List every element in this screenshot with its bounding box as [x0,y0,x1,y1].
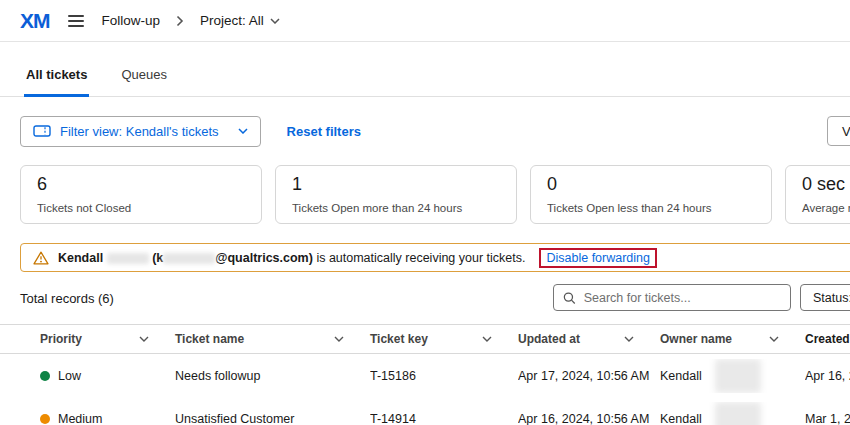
created-cell: Mar 1, 20 [805,412,850,425]
chevron-down-icon [769,336,779,342]
search-input[interactable] [584,291,781,305]
redacted-text [715,359,761,393]
search-icon [563,291,576,305]
breadcrumb-followup: Follow-up [102,13,161,28]
priority-dot [40,371,50,381]
chevron-down-icon [238,128,248,134]
stat-card-open-more-24h: 1 Tickets Open more than 24 hours [275,165,517,224]
column-header-created[interactable]: Created ↓ [805,332,850,346]
stat-value: 1 [292,174,500,195]
table-row[interactable]: Low Needs followup T-15186 Apr 17, 2024,… [0,354,850,397]
disable-forwarding-link[interactable]: Disable forwarding [546,251,650,265]
column-label: Owner name [660,332,732,346]
priority-dot [40,414,50,424]
chevron-right-icon [176,15,184,27]
column-header-ticket-name[interactable]: Ticket name [175,332,370,346]
stat-label: Tickets Open more than 24 hours [292,202,500,214]
chevron-down-icon [624,336,634,342]
status-filter-dropdown[interactable]: Status: A [800,284,850,311]
warning-icon [33,251,49,265]
column-header-owner-name[interactable]: Owner name [660,332,805,346]
project-selector-label: Project: All [200,13,264,28]
table-row[interactable]: Medium Unsatisfied Customer T-14914 Apr … [0,397,850,425]
column-label: Ticket key [370,332,428,346]
column-label: Priority [40,332,82,346]
stat-value: 6 [37,174,245,195]
redacted-text [163,253,215,264]
chevron-down-icon [334,336,344,342]
filter-row: Filter view: Kendall's tickets Reset fil… [20,115,830,147]
chevron-down-icon [482,336,492,342]
filter-view-label: Filter view: Kendall's tickets [60,124,219,139]
ticket-icon [33,125,51,137]
records-toolbar: Total records (6) Status: A [20,284,830,312]
owner-first-name: Kendall [660,369,702,383]
banner-email-close: @qualtrics.com) [215,251,313,265]
column-label: Updated at [518,332,580,346]
chevron-down-icon [270,18,280,24]
total-records-label: Total records (6) [20,291,114,306]
banner-message: is automatically receiving your tickets. [316,251,525,265]
stat-label: Tickets not Closed [37,202,245,214]
annotation-highlight-box: Disable forwarding [539,248,657,268]
stat-card-not-closed: 6 Tickets not Closed [20,165,262,224]
stat-card-open-less-24h: 0 Tickets Open less than 24 hours [530,165,772,224]
tab-queues[interactable]: Queues [119,58,169,96]
stat-label: Average res [802,202,850,214]
stat-value: 0 sec [802,174,850,195]
stat-label: Tickets Open less than 24 hours [547,202,755,214]
reset-filters-link[interactable]: Reset filters [287,124,361,139]
xm-logo: XM [20,9,50,33]
created-cell: Apr 16, 2 [805,369,850,383]
stat-card-average-response: 0 sec Average res [785,165,850,224]
redacted-text [715,402,761,425]
chevron-down-icon [139,336,149,342]
stats-row: 6 Tickets not Closed 1 Tickets Open more… [20,165,850,224]
column-label: Ticket name [175,332,244,346]
owner-first-name: Kendall [660,412,702,425]
column-header-priority[interactable]: Priority [40,332,175,346]
table-header-row: Priority Ticket name Ticket key Updated … [0,324,850,354]
updated-at-cell: Apr 17, 2024, 10:56 AM [518,369,660,383]
forwarding-warning-banner: Kendall (k@qualtrics.com) is automatical… [20,243,850,272]
ticket-key-cell: T-15186 [370,369,518,383]
column-header-ticket-key[interactable]: Ticket key [370,332,518,346]
ticket-name-cell: Unsatisfied Customer [175,412,370,425]
stat-value: 0 [547,174,755,195]
project-selector[interactable]: Project: All [200,13,280,28]
banner-email-open: (k [152,251,163,265]
column-header-updated-at[interactable]: Updated at [518,332,660,346]
owner-name-cell: Kendall [660,402,805,425]
banner-text: Kendall (k@qualtrics.com) is automatical… [58,251,525,265]
ticket-key-cell: T-14914 [370,412,518,425]
redacted-text [107,253,149,264]
ticket-name-cell: Needs followup [175,369,370,383]
filter-view-button[interactable]: Filter view: Kendall's tickets [20,116,261,147]
tab-all-tickets[interactable]: All tickets [24,58,89,97]
column-label: Created [805,332,850,346]
top-navigation-bar: XM Follow-up Project: All [0,0,850,42]
priority-value: Medium [58,412,102,425]
priority-value: Low [58,369,81,383]
owner-name-cell: Kendall [660,359,805,393]
search-box [553,284,791,311]
hamburger-menu-icon[interactable] [66,11,86,31]
tab-bar: All tickets Queues [0,58,850,97]
updated-at-cell: Apr 16, 2024, 10:56 AM [518,412,660,425]
banner-owner-name: Kendall [58,251,103,265]
tickets-table: Priority Ticket name Ticket key Updated … [0,324,850,425]
view-button[interactable]: View [827,116,850,146]
